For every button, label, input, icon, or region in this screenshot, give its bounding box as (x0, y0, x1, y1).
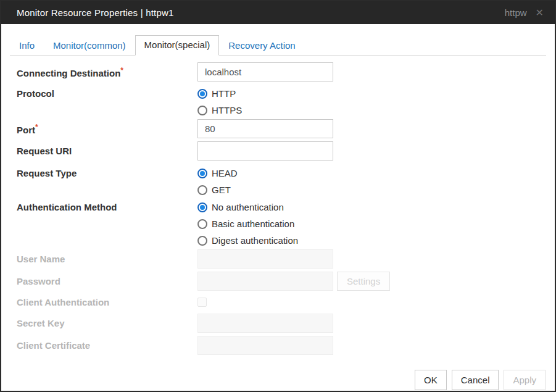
protocol-http-label: HTTP (212, 88, 236, 99)
dialog-title: Monitor Resource Properties | httpw1 (17, 7, 174, 18)
secret-key-input (197, 314, 333, 333)
password-input (197, 272, 333, 291)
client-certificate-row: Client Certificate (17, 336, 539, 355)
tab-monitor-special[interactable]: Monitor(special) (135, 35, 220, 56)
user-name-row: User Name (17, 249, 539, 269)
client-certificate-label: Client Certificate (17, 340, 197, 351)
protocol-radio-group: HTTP HTTPS (197, 85, 242, 119)
radio-unchecked-icon (197, 106, 207, 115)
tab-recovery-action[interactable]: Recovery Action (219, 36, 304, 56)
close-icon[interactable]: ✕ (536, 8, 544, 18)
auth-none-label: No authentication (212, 202, 284, 212)
ok-button[interactable]: OK (415, 370, 447, 390)
tab-monitor-common[interactable]: Monitor(common) (44, 36, 135, 56)
request-uri-input[interactable] (197, 141, 333, 161)
tab-info[interactable]: Info (10, 36, 44, 56)
apply-button: Apply (504, 370, 546, 390)
settings-button: Settings (337, 272, 390, 291)
dialog-titlebar: Monitor Resource Properties | httpw1 htt… (1, 1, 555, 24)
request-type-get-radio[interactable]: GET (197, 181, 238, 198)
request-uri-row: Request URI (17, 141, 539, 161)
connecting-destination-label: Connecting Destination* (17, 66, 197, 78)
radio-unchecked-icon (197, 185, 207, 195)
request-type-row: Request Type HEAD GET (17, 165, 539, 198)
client-authentication-checkbox (197, 298, 207, 307)
radio-checked-icon (197, 169, 207, 178)
request-type-head-label: HEAD (212, 168, 238, 178)
form-content: Connecting Destination* Protocol HTTP HT… (1, 56, 555, 358)
monitor-resource-properties-dialog: Monitor Resource Properties | httpw1 htt… (0, 0, 556, 392)
client-certificate-input (197, 336, 333, 355)
protocol-label: Protocol (17, 85, 197, 102)
connecting-destination-label-text: Connecting Destination (17, 68, 120, 78)
cancel-button[interactable]: Cancel (452, 370, 499, 390)
password-row: Password Settings (17, 272, 539, 291)
request-type-radio-group: HEAD GET (197, 165, 238, 198)
protocol-https-label: HTTPS (212, 105, 242, 115)
secret-key-row: Secret Key (17, 314, 539, 333)
port-label-text: Port (17, 125, 35, 135)
protocol-https-radio[interactable]: HTTPS (197, 102, 242, 119)
auth-basic-label: Basic authentication (212, 219, 294, 229)
authentication-method-label: Authentication Method (17, 199, 197, 215)
auth-digest-label: Digest authentication (212, 235, 298, 246)
port-label: Port* (17, 123, 197, 135)
auth-digest-radio[interactable]: Digest authentication (197, 232, 298, 249)
auth-none-radio[interactable]: No authentication (197, 199, 298, 215)
request-type-get-label: GET (212, 185, 231, 195)
required-asterisk: * (120, 66, 123, 75)
radio-checked-icon (197, 202, 207, 212)
request-type-head-radio[interactable]: HEAD (197, 165, 238, 181)
auth-basic-radio[interactable]: Basic authentication (197, 215, 298, 232)
secret-key-label: Secret Key (17, 318, 197, 328)
port-row: Port* (17, 119, 539, 138)
user-name-input (197, 249, 333, 269)
authentication-method-radio-group: No authentication Basic authentication D… (197, 199, 298, 249)
client-authentication-row: Client Authentication (17, 294, 539, 311)
tab-bar: Info Monitor(common) Monitor(special) Re… (10, 35, 546, 56)
radio-unchecked-icon (197, 236, 207, 246)
authentication-method-row: Authentication Method No authentication … (17, 199, 539, 249)
connecting-destination-input[interactable] (197, 62, 333, 81)
radio-checked-icon (197, 89, 207, 99)
request-type-label: Request Type (17, 165, 197, 181)
dialog-footer: OK Cancel Apply (1, 370, 555, 392)
user-name-label: User Name (17, 254, 197, 264)
password-label: Password (17, 276, 197, 286)
protocol-row: Protocol HTTP HTTPS (17, 85, 539, 119)
radio-unchecked-icon (197, 219, 207, 229)
port-input[interactable] (197, 119, 333, 138)
client-authentication-label: Client Authentication (17, 297, 197, 307)
titlebar-right: httpw ✕ (505, 7, 544, 18)
request-uri-label: Request URI (17, 146, 197, 156)
window-label: httpw (505, 7, 527, 18)
protocol-http-radio[interactable]: HTTP (197, 85, 242, 102)
required-asterisk: * (35, 123, 38, 131)
connecting-destination-row: Connecting Destination* (17, 62, 539, 81)
